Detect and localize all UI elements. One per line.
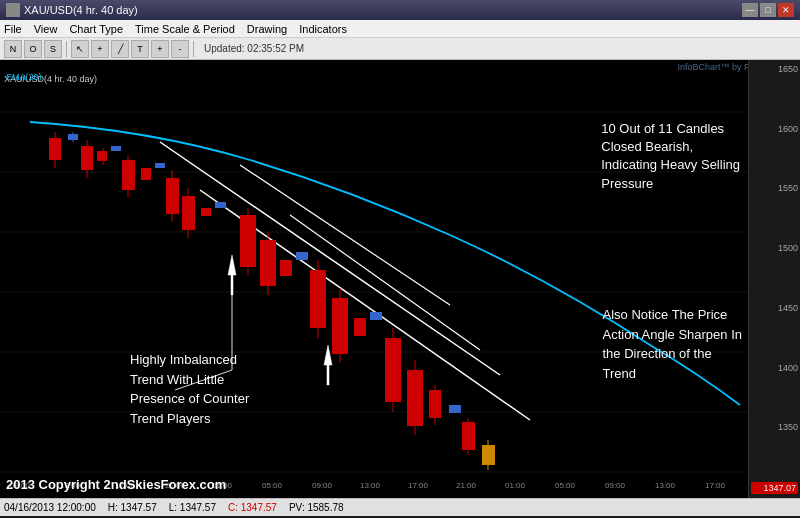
price-1450: 1450	[751, 303, 798, 313]
status-low-value: L: 1347.57	[169, 502, 216, 513]
svg-text:17:00: 17:00	[705, 481, 726, 490]
price-highlighted: 1347.07	[751, 482, 798, 494]
chart-container: XAU/USD(4 hr. 40 day) EMA(20) InfoBChart…	[0, 60, 800, 498]
ema-label: EMA(20)	[6, 72, 42, 82]
copyright: 2013 Copyright 2ndSkiesForex.com	[6, 477, 226, 492]
svg-rect-16	[81, 146, 93, 170]
toolbar-crosshair[interactable]: +	[91, 40, 109, 58]
toolbar-save[interactable]: S	[44, 40, 62, 58]
app-icon	[6, 3, 20, 17]
status-date: 04/16/2013 12:00:00	[4, 502, 96, 513]
svg-rect-27	[182, 196, 195, 230]
svg-text:21:00: 21:00	[456, 481, 477, 490]
close-button[interactable]: ✕	[778, 3, 794, 17]
window-title: XAU/USD(4 hr. 40 day)	[24, 4, 742, 16]
toolbar-separator-1	[66, 41, 67, 57]
svg-rect-39	[332, 298, 348, 354]
svg-text:09:00: 09:00	[605, 481, 626, 490]
toolbar-line[interactable]: ╱	[111, 40, 129, 58]
status-close-value: C: 1347.57	[228, 502, 277, 513]
status-low: L: 1347.57	[169, 502, 216, 513]
svg-text:13:00: 13:00	[360, 481, 381, 490]
menu-time-scale[interactable]: Time Scale & Period	[135, 23, 235, 35]
toolbar-zoom-out[interactable]: -	[171, 40, 189, 58]
svg-rect-31	[240, 215, 256, 267]
svg-rect-29	[215, 202, 226, 208]
toolbar-open[interactable]: O	[24, 40, 42, 58]
price-1550: 1550	[751, 183, 798, 193]
status-date-value: 04/16/2013 12:00:00	[4, 502, 96, 513]
menu-view[interactable]: View	[34, 23, 58, 35]
minimize-button[interactable]: —	[742, 3, 758, 17]
toolbar-new[interactable]: N	[4, 40, 22, 58]
maximize-button[interactable]: □	[760, 3, 776, 17]
status-pv-value: PV: 1585.78	[289, 502, 344, 513]
svg-marker-53	[228, 255, 236, 295]
title-bar: XAU/USD(4 hr. 40 day) — □ ✕	[0, 0, 800, 20]
status-pv: PV: 1585.78	[289, 502, 344, 513]
status-high: H: 1347.57	[108, 502, 157, 513]
toolbar: N O S ↖ + ╱ T + - Updated: 02:35:52 PM	[0, 38, 800, 60]
toolbar-updated: Updated: 02:35:52 PM	[204, 43, 304, 54]
svg-text:17:00: 17:00	[408, 481, 429, 490]
svg-rect-23	[155, 163, 165, 168]
svg-text:13:00: 13:00	[655, 481, 676, 490]
svg-rect-28	[201, 208, 211, 216]
svg-rect-37	[310, 270, 326, 328]
toolbar-text[interactable]: T	[131, 40, 149, 58]
toolbar-separator-2	[193, 41, 194, 57]
svg-rect-12	[49, 138, 61, 160]
svg-rect-48	[449, 405, 461, 413]
svg-rect-34	[280, 260, 292, 276]
price-1650: 1650	[751, 64, 798, 74]
svg-rect-43	[385, 338, 401, 402]
price-scale: 1650 1600 1550 1500 1450 1400 1350 1347.…	[748, 60, 800, 498]
annotation-bearish: 10 Out of 11 CandlesClosed Bearish,Indic…	[601, 120, 740, 193]
status-high-value: H: 1347.57	[108, 502, 157, 513]
menu-drawing[interactable]: Drawing	[247, 23, 287, 35]
svg-rect-45	[407, 370, 423, 426]
annotation-angle: Also Notice The PriceAction Angle Sharpe…	[603, 305, 743, 383]
svg-rect-21	[122, 160, 135, 190]
svg-rect-41	[370, 312, 382, 320]
svg-text:05:00: 05:00	[555, 481, 576, 490]
svg-rect-40	[354, 318, 366, 336]
svg-rect-25	[166, 178, 179, 214]
menu-bar: File View Chart Type Time Scale & Period…	[0, 20, 800, 38]
status-bar: 04/16/2013 12:00:00 H: 1347.57 L: 1347.5…	[0, 498, 800, 516]
svg-text:01:00: 01:00	[505, 481, 526, 490]
price-1350: 1350	[751, 422, 798, 432]
svg-rect-50	[462, 422, 475, 450]
menu-file[interactable]: File	[4, 23, 22, 35]
svg-rect-22	[141, 168, 151, 180]
svg-rect-18	[97, 151, 107, 161]
price-1500: 1500	[751, 243, 798, 253]
svg-text:05:00: 05:00	[262, 481, 283, 490]
window-controls[interactable]: — □ ✕	[742, 3, 794, 17]
svg-text:09:00: 09:00	[312, 481, 333, 490]
menu-indicators[interactable]: Indicators	[299, 23, 347, 35]
status-close: C: 1347.57	[228, 502, 277, 513]
toolbar-cursor[interactable]: ↖	[71, 40, 89, 58]
svg-marker-54	[324, 345, 332, 385]
annotation-imbalanced: Highly ImbalancedTrend With LittlePresen…	[130, 350, 249, 428]
svg-line-7	[160, 142, 500, 375]
svg-rect-33	[260, 240, 276, 286]
svg-rect-19	[111, 146, 121, 151]
svg-rect-52	[482, 445, 495, 465]
toolbar-zoom-in[interactable]: +	[151, 40, 169, 58]
svg-rect-47	[429, 390, 441, 418]
menu-chart-type[interactable]: Chart Type	[69, 23, 123, 35]
price-1600: 1600	[751, 124, 798, 134]
price-1400: 1400	[751, 363, 798, 373]
svg-rect-35	[296, 252, 308, 260]
